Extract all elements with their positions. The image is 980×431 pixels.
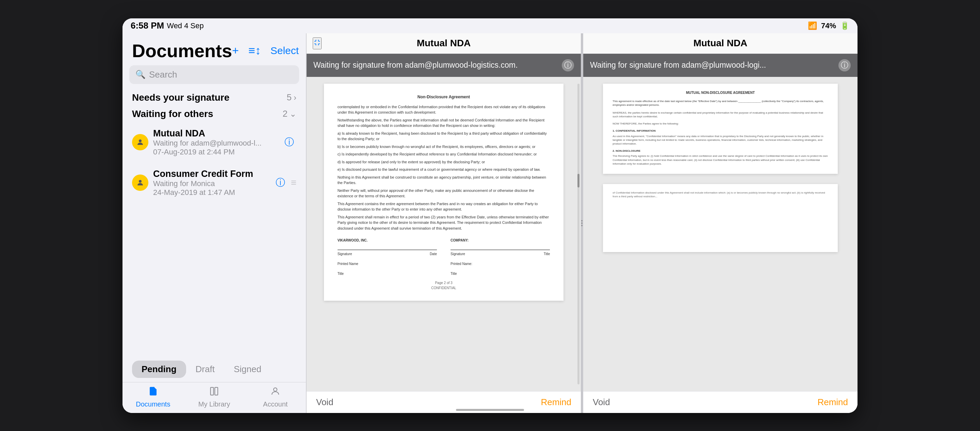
doc-info: Consumer Credit Form Waiting for Monica … bbox=[153, 169, 269, 197]
search-bar: 🔍 bbox=[129, 65, 299, 84]
needs-signature-count: 5 bbox=[287, 92, 292, 103]
svg-rect-3 bbox=[215, 387, 218, 395]
right-void-button[interactable]: Void bbox=[593, 397, 610, 407]
doc-name: Mutual NDA bbox=[153, 128, 277, 139]
add-button[interactable]: + bbox=[232, 44, 239, 57]
needs-signature-chevron: › bbox=[294, 93, 296, 102]
nav-documents-label: Documents bbox=[136, 401, 170, 408]
battery-icon: 🔋 bbox=[840, 21, 850, 30]
left-panel-title: Mutual NDA bbox=[417, 38, 471, 49]
waiting-others-label: Waiting for others bbox=[132, 108, 213, 119]
nav-library[interactable]: My Library bbox=[184, 386, 245, 408]
printed-name: Printed Name bbox=[337, 261, 437, 266]
right-section-2-text: The Receiving Party agrees to: (i) hold … bbox=[612, 154, 828, 165]
status-bar-left: 6:58 PM Wed 4 Sep bbox=[130, 21, 204, 31]
right-signature-banner: Waiting for signature from adam@plumwood… bbox=[583, 54, 858, 77]
info-button[interactable]: ⓘ bbox=[282, 135, 296, 149]
waiting-others-count: 2 bbox=[283, 108, 288, 119]
drag-handle-icon: ≡ bbox=[291, 177, 296, 188]
title-label: Title bbox=[337, 271, 437, 276]
page-number: Page 2 of 3 bbox=[337, 280, 550, 285]
nav-account-label: Account bbox=[263, 401, 288, 408]
right-para-3: NOW THEREFORE, the Parties agree to the … bbox=[612, 122, 828, 126]
documents-icon bbox=[148, 386, 158, 399]
remind-button[interactable]: Remind bbox=[541, 397, 571, 407]
scrollbar-track[interactable] bbox=[578, 84, 579, 384]
needs-signature-badge: 5 › bbox=[287, 92, 296, 103]
right-continued: of Confidential Information disclosed un… bbox=[612, 191, 828, 198]
confidential-label: CONFIDENTIAL bbox=[337, 285, 550, 291]
company-a-name: VIKARWOOD, INC. bbox=[337, 238, 437, 243]
right-section-1-text: As used in this Agreement, "Confidential… bbox=[612, 134, 828, 146]
compress-button[interactable] bbox=[313, 37, 321, 49]
right-body: This agreement is made effective as of t… bbox=[612, 99, 828, 107]
right-doc-panel: Mutual NDA Waiting for signature from ad… bbox=[583, 33, 858, 413]
void-button[interactable]: Void bbox=[316, 397, 334, 407]
left-doc-panel: Mutual NDA Waiting for signature from ad… bbox=[306, 33, 581, 413]
home-indicator bbox=[456, 409, 524, 411]
waiting-others-chevron: ⌄ bbox=[290, 109, 296, 119]
signature-info-button[interactable]: ⓘ bbox=[562, 59, 574, 72]
filter-tab-pending[interactable]: Pending bbox=[132, 361, 186, 378]
select-button[interactable]: Select bbox=[270, 45, 299, 56]
svg-point-0 bbox=[139, 140, 142, 142]
svg-point-4 bbox=[274, 388, 277, 391]
printed-name-b: Printed Name: bbox=[450, 261, 550, 266]
right-section-2: 2. NON-DISCLOSURE bbox=[612, 149, 828, 153]
info-button[interactable]: ⓘ bbox=[273, 175, 288, 190]
sidebar-header-actions: + ≡↕ Select bbox=[232, 44, 299, 57]
list-item[interactable]: Mutual NDA Waiting for adam@plumwood-l..… bbox=[127, 122, 302, 162]
svg-point-1 bbox=[139, 180, 142, 183]
sidebar: Documents + ≡↕ Select 🔍 Needs your signa… bbox=[123, 33, 306, 413]
doc-actions: ⓘ bbox=[282, 135, 296, 149]
doc-date: 07-Aug-2019 at 2:44 PM bbox=[153, 148, 277, 156]
para-10: This Agreement contains the entire agree… bbox=[337, 201, 550, 212]
company-b-name: COMPANY: bbox=[450, 238, 550, 243]
right-para-2: WHEREAS, the parties hereto desire to ex… bbox=[612, 111, 828, 118]
para-3: a) Is already known to the Recipient, ha… bbox=[337, 130, 550, 142]
document-list: Mutual NDA Waiting for adam@plumwood-l..… bbox=[123, 122, 306, 203]
doc-panels: Mutual NDA Waiting for signature from ad… bbox=[306, 33, 858, 413]
filter-tab-draft[interactable]: Draft bbox=[186, 361, 224, 378]
para-1: contemplated by or embodied in the Confi… bbox=[337, 104, 550, 115]
battery-level: 74% bbox=[821, 21, 836, 30]
doc-sub: Waiting for Monica bbox=[153, 179, 269, 188]
sort-button[interactable]: ≡↕ bbox=[248, 44, 261, 57]
right-signature-info-button[interactable]: ⓘ bbox=[838, 59, 851, 72]
right-remind-button[interactable]: Remind bbox=[817, 397, 848, 407]
signature-section: VIKARWOOD, INC. SignatureDate Printed Na… bbox=[337, 238, 550, 276]
page-title: Non-Disclosure Agreement bbox=[337, 94, 550, 100]
right-panel-footer: Void Remind bbox=[583, 391, 858, 413]
nav-documents[interactable]: Documents bbox=[123, 386, 184, 408]
list-item[interactable]: Consumer Credit Form Waiting for Monica … bbox=[127, 162, 302, 203]
doc-info: Mutual NDA Waiting for adam@plumwood-l..… bbox=[153, 128, 277, 156]
para-11: This Agreement shall remain in effect fo… bbox=[337, 214, 550, 231]
divider-dot bbox=[581, 223, 582, 224]
sidebar-header: Documents + ≡↕ Select bbox=[123, 33, 306, 65]
para-8: Nothing in this Agreement shall be const… bbox=[337, 175, 550, 186]
bottom-nav: Documents My Library bbox=[123, 382, 306, 413]
waiting-others-badge: 2 ⌄ bbox=[283, 108, 296, 119]
sig-line-a: SignatureDate Printed Name Title bbox=[337, 250, 437, 276]
doc-actions: ⓘ ≡ bbox=[273, 175, 296, 190]
sig-col-b: COMPANY: SignatureTitle Printed Name: Ti… bbox=[450, 238, 550, 276]
doc-name: Consumer Credit Form bbox=[153, 169, 269, 179]
nav-library-label: My Library bbox=[198, 401, 230, 408]
left-panel-header: Mutual NDA bbox=[307, 33, 581, 54]
right-section-1: 1. CONFIDENTIAL INFORMATION bbox=[612, 129, 828, 133]
status-bar-right: 📶 74% 🔋 bbox=[808, 21, 850, 30]
sig-col-a: VIKARWOOD, INC. SignatureDate Printed Na… bbox=[337, 238, 437, 276]
doc-date: 24-May-2019 at 1:47 AM bbox=[153, 188, 269, 197]
waiting-others-section[interactable]: Waiting for others 2 ⌄ bbox=[123, 106, 306, 122]
needs-signature-section[interactable]: Needs your signature 5 › bbox=[123, 89, 306, 106]
divider-dot bbox=[581, 220, 582, 221]
para-7: e) Is disclosed pursuant to the lawful r… bbox=[337, 167, 550, 172]
svg-rect-2 bbox=[210, 387, 213, 395]
filter-tabs: Pending Draft Signed bbox=[123, 356, 306, 382]
nav-account[interactable]: Account bbox=[245, 386, 306, 408]
search-input[interactable] bbox=[149, 69, 293, 80]
sig-label-b: SignatureTitle bbox=[450, 251, 550, 256]
right-doc-page: MUTUAL NON-DISCLOSURE AGREEMENT This agr… bbox=[603, 84, 837, 174]
time: 6:58 PM bbox=[130, 21, 164, 31]
filter-tab-signed[interactable]: Signed bbox=[224, 361, 271, 378]
